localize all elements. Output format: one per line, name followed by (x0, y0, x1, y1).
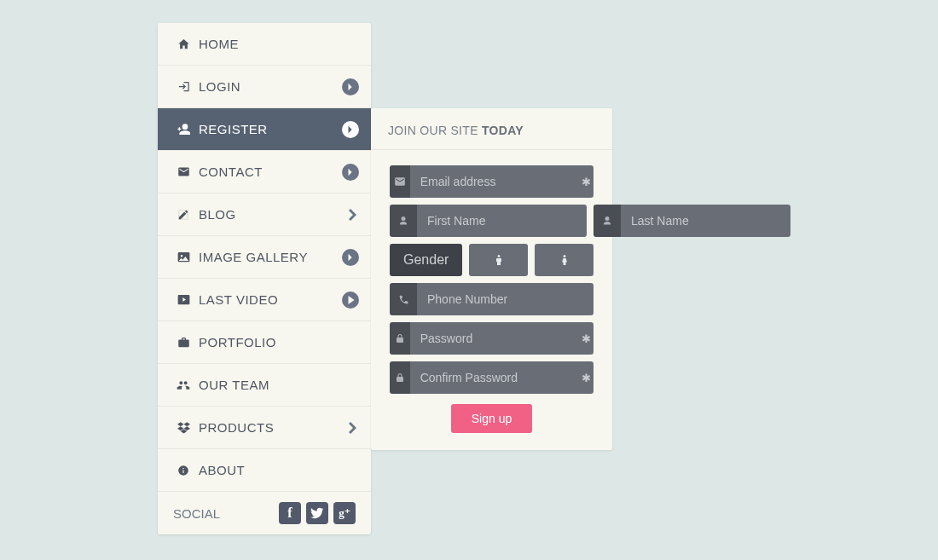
home-icon (173, 38, 194, 50)
sidebar-item-label: REGISTER (199, 122, 268, 136)
sidebar-item-blog[interactable]: BLOG (158, 193, 371, 236)
play-icon (342, 292, 359, 309)
sidebar-item-label: BLOG (199, 207, 236, 222)
user-icon (593, 205, 621, 237)
chevron-right-icon (349, 421, 357, 435)
sidebar-item-about[interactable]: ABOUT (158, 449, 371, 492)
info-icon (173, 465, 194, 476)
sidebar-item-label: PRODUCTS (199, 420, 274, 435)
email-input[interactable] (410, 165, 580, 198)
social-row: SOCIAL f g⁺ (158, 492, 371, 534)
sidebar-item-label: PORTFOLIO (199, 335, 276, 349)
gender-male-button[interactable] (469, 244, 528, 276)
signin-icon (173, 80, 194, 93)
gender-label: Gender (390, 244, 462, 276)
group-icon (173, 378, 194, 392)
firstname-field-wrap (390, 205, 587, 237)
sidebar-item-register[interactable]: REGISTER (158, 108, 371, 151)
password-input[interactable] (410, 322, 580, 355)
email-field-wrap: ✱ (390, 165, 593, 198)
sidebar-item-home[interactable]: HOME (158, 23, 371, 66)
sidebar-item-label: CONTACT (199, 165, 263, 179)
sidebar-item-last-video[interactable]: LAST VIDEO (158, 279, 371, 321)
required-marker: ✱ (580, 165, 593, 198)
required-marker: ✱ (580, 361, 593, 394)
sidebar-item-label: HOME (199, 37, 239, 51)
edit-icon (173, 209, 194, 221)
sidebar-item-label: LOGIN (199, 79, 240, 94)
chevron-right-icon (342, 164, 359, 181)
user-icon (390, 205, 417, 237)
sidebar-item-contact[interactable]: CONTACT (158, 151, 371, 193)
phone-input[interactable] (417, 283, 593, 315)
user-plus-icon (173, 123, 194, 136)
register-panel: JOIN OUR SITE TODAY ✱ (371, 108, 612, 450)
twitter-icon[interactable] (306, 502, 328, 524)
lock-icon (390, 322, 410, 355)
sidebar-item-our-team[interactable]: OUR TEAM (158, 364, 371, 407)
lastname-field-wrap (593, 205, 790, 237)
sidebar-item-image-gallery[interactable]: IMAGE GALLERY (158, 236, 371, 279)
video-icon (173, 293, 194, 306)
required-marker: ✱ (580, 322, 593, 355)
gender-row: Gender (390, 244, 593, 276)
sidebar-item-label: IMAGE GALLERY (199, 250, 308, 264)
facebook-icon[interactable]: f (279, 502, 301, 524)
chevron-right-icon (342, 121, 359, 138)
sidebar-item-login[interactable]: LOGIN (158, 66, 371, 108)
phone-field-wrap (390, 283, 593, 315)
panel-heading-pre: JOIN OUR SITE (388, 124, 482, 137)
chevron-right-icon (349, 208, 357, 222)
sidebar-item-label: ABOUT (199, 463, 245, 477)
chevron-right-icon (342, 249, 359, 266)
mail-icon (390, 165, 410, 198)
sidebar: HOMELOGINREGISTERCONTACTBLOGIMAGE GALLER… (158, 23, 371, 534)
signup-button[interactable]: Sign up (451, 404, 532, 433)
gender-female-button[interactable] (535, 244, 593, 276)
lock-icon (390, 361, 410, 394)
dropbox-icon (173, 421, 194, 434)
register-form: ✱ Gender (371, 150, 612, 450)
google-plus-icon[interactable]: g⁺ (333, 502, 356, 524)
sidebar-item-portfolio[interactable]: PORTFOLIO (158, 321, 371, 364)
password-field-wrap: ✱ (390, 322, 593, 355)
panel-heading-strong: TODAY (482, 124, 524, 137)
panel-header: JOIN OUR SITE TODAY (371, 108, 612, 150)
chevron-right-icon (342, 78, 359, 95)
mail-icon (173, 165, 194, 178)
firstname-input[interactable] (417, 205, 587, 237)
sidebar-item-products[interactable]: PRODUCTS (158, 407, 371, 449)
briefcase-icon (173, 336, 194, 349)
lastname-input[interactable] (621, 205, 790, 237)
confirm-password-field-wrap: ✱ (390, 361, 593, 394)
sidebar-item-label: OUR TEAM (199, 378, 269, 392)
image-icon (173, 251, 194, 263)
social-label: SOCIAL (173, 506, 220, 521)
sidebar-item-label: LAST VIDEO (199, 292, 278, 307)
confirm-password-input[interactable] (410, 361, 580, 394)
phone-icon (390, 283, 417, 315)
